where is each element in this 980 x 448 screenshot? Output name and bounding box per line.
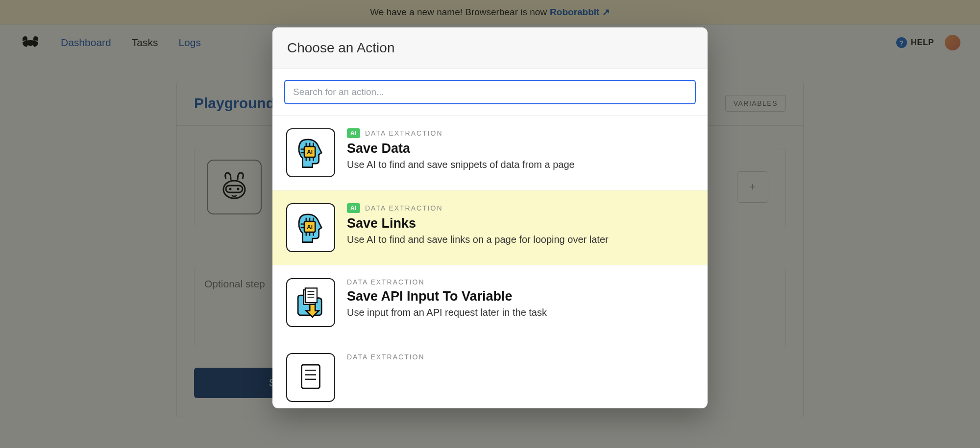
action-description: Use AI to find and save links on a page … [347,234,609,245]
choose-action-modal: Choose an Action AIAIDATA EXTRACTIONSave… [272,27,708,408]
action-meta: AIDATA EXTRACTIONSave DataUse AI to find… [347,128,575,170]
folder-icon [286,278,335,327]
action-item-0[interactable]: AIAIDATA EXTRACTIONSave DataUse AI to fi… [272,116,708,190]
svg-rect-25 [305,288,317,303]
action-description: Use AI to find and save snippets of data… [347,159,575,170]
action-item-3[interactable]: DATA EXTRACTION [272,340,708,408]
action-title: Save Data [347,141,575,156]
svg-text:AI: AI [307,149,313,156]
action-search-input[interactable] [284,80,696,104]
action-category: DATA EXTRACTION [347,278,425,286]
action-meta: DATA EXTRACTIONSave API Input To Variabl… [347,278,547,318]
ai-head-icon: AI [286,203,335,252]
modal-title: Choose an Action [287,40,693,56]
action-meta: DATA EXTRACTION [347,353,425,361]
action-description: Use input from an API request later in t… [347,307,547,318]
modal-header: Choose an Action [272,27,708,69]
action-meta: AIDATA EXTRACTIONSave LinksUse AI to fin… [347,203,609,245]
modal-overlay[interactable]: Choose an Action AIAIDATA EXTRACTIONSave… [0,0,980,448]
ai-badge: AI [347,128,360,138]
action-item-2[interactable]: DATA EXTRACTIONSave API Input To Variabl… [272,265,708,340]
action-title: Save API Input To Variable [347,289,547,304]
folder-icon [286,353,335,402]
svg-rect-29 [302,365,320,388]
action-category: DATA EXTRACTION [347,353,425,361]
ai-badge: AI [347,203,360,213]
ai-head-icon: AI [286,128,335,177]
action-list: AIAIDATA EXTRACTIONSave DataUse AI to fi… [272,116,708,408]
action-category: DATA EXTRACTION [365,129,443,137]
action-category: DATA EXTRACTION [365,204,443,212]
action-title: Save Links [347,216,609,231]
svg-text:AI: AI [307,224,313,231]
action-item-1[interactable]: AIAIDATA EXTRACTIONSave LinksUse AI to f… [272,190,708,265]
